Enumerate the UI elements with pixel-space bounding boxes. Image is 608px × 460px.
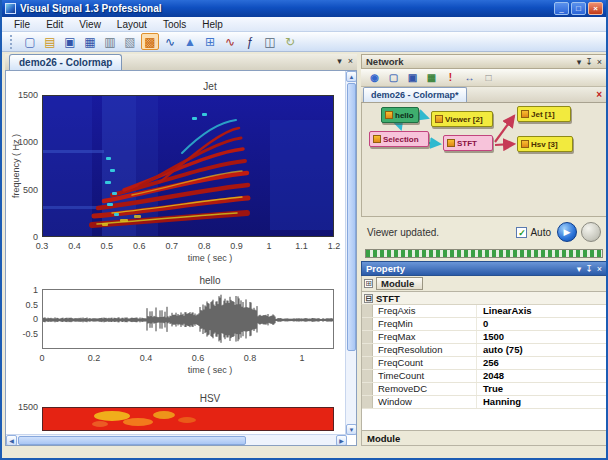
document-tab[interactable]: demo26 - Colormap	[9, 54, 122, 70]
node-viewer[interactable]: Viewer [2]	[431, 111, 493, 127]
node-label: Selection	[383, 135, 419, 144]
network-tab-close-icon[interactable]: ×	[596, 89, 602, 100]
menu-item[interactable]: File	[6, 19, 38, 30]
property-name: FreqMax	[373, 331, 477, 343]
menu-item[interactable]: Edit	[38, 19, 71, 30]
scroll-down-icon[interactable]: ▼	[346, 424, 357, 435]
property-value[interactable]: auto (75)	[477, 344, 606, 356]
viewer-icon[interactable]: ▩	[141, 33, 159, 50]
hello-xlabel: time ( sec )	[42, 365, 334, 375]
expand-icon[interactable]: ⊞	[364, 279, 373, 288]
save-all-icon[interactable]: ▦	[81, 33, 99, 50]
property-row[interactable]: WindowHanning	[362, 396, 606, 409]
network-canvas[interactable]: hello Viewer [2] Jet [1] Selection STFT …	[361, 103, 607, 217]
property-row[interactable]: FreqAxisLinearAxis	[362, 305, 606, 318]
minimize-button[interactable]: _	[554, 2, 569, 15]
auto-checkbox[interactable]: ✓	[516, 227, 527, 238]
tick-label: 1500	[18, 90, 38, 100]
close-button[interactable]: ×	[588, 2, 603, 15]
node-jet[interactable]: Jet [1]	[517, 106, 571, 122]
new-file-icon[interactable]: ▢	[21, 33, 39, 50]
node-hsv[interactable]: Hsv [3]	[517, 136, 573, 152]
property-row[interactable]: RemoveDCTrue	[362, 383, 606, 396]
property-row[interactable]: FreqCount256	[362, 357, 606, 370]
menu-item[interactable]: Tools	[155, 19, 194, 30]
stop-button[interactable]	[581, 222, 601, 242]
menu-item[interactable]: Layout	[109, 19, 155, 30]
network-export-icon[interactable]: ▦	[423, 70, 440, 85]
network-refresh-icon[interactable]: ◉	[366, 70, 383, 85]
node-label: hello	[395, 111, 414, 120]
module-icon	[447, 139, 455, 147]
network-pan-icon[interactable]: ↔	[461, 70, 478, 85]
network-close-icon[interactable]: ×	[597, 57, 602, 67]
network-dropdown-icon[interactable]: ▾	[577, 57, 582, 67]
plot-3d-icon[interactable]: ▲	[181, 33, 199, 50]
tick-label: 1	[261, 241, 277, 251]
hsv-chart-title: HSV	[42, 393, 334, 404]
tick-label: 0.5	[25, 300, 38, 310]
network-run-icon[interactable]: !	[442, 70, 459, 85]
property-value[interactable]: LinearAxis	[477, 305, 606, 317]
property-dropdown-icon[interactable]: ▾	[577, 264, 582, 274]
module-button[interactable]: Module	[376, 277, 423, 290]
node-selection[interactable]: Selection	[369, 131, 429, 147]
property-row[interactable]: TimeCount2048	[362, 370, 606, 383]
menu-item[interactable]: Help	[194, 19, 231, 30]
hello-waveform	[42, 289, 334, 349]
tick-label: 0.4	[138, 353, 154, 363]
property-panel-title: Property	[366, 263, 577, 274]
property-value[interactable]: True	[477, 383, 606, 395]
property-close-icon[interactable]: ×	[597, 264, 602, 274]
tick-label: 1	[294, 353, 310, 363]
property-section-header[interactable]: ⊟ STFT	[361, 292, 607, 305]
property-row[interactable]: FreqMax1500	[362, 331, 606, 344]
refresh-icon[interactable]: ↻	[281, 33, 299, 50]
tick-label: 0.9	[229, 241, 245, 251]
layout-icon[interactable]: ◫	[261, 33, 279, 50]
vertical-scrollbar[interactable]: ▲ ▼	[345, 71, 356, 435]
property-name: RemoveDC	[373, 383, 477, 395]
property-row[interactable]: FreqResolutionauto (75)	[362, 344, 606, 357]
property-value[interactable]: 1500	[477, 331, 606, 343]
open-folder-icon[interactable]: ▤	[41, 33, 59, 50]
horizontal-scrollbar[interactable]: ◀ ▶	[6, 434, 347, 445]
network-save-icon[interactable]: ▣	[404, 70, 421, 85]
node-stft[interactable]: STFT	[443, 135, 493, 151]
save-icon[interactable]: ▣	[61, 33, 79, 50]
signal-plot-icon[interactable]: ∿	[161, 33, 179, 50]
progress-bar-fill	[365, 249, 603, 258]
scroll-up-icon[interactable]: ▲	[346, 71, 357, 82]
network-tab[interactable]: demo26 - Colormap*	[363, 87, 467, 102]
tab-close-icon[interactable]: ×	[348, 56, 353, 66]
module-icon	[435, 115, 443, 123]
scroll-right-icon[interactable]: ▶	[336, 435, 347, 446]
hello-chart-title: hello	[42, 275, 334, 286]
play-button[interactable]: ▶	[557, 222, 577, 242]
node-hello[interactable]: hello	[381, 107, 419, 123]
collapse-icon[interactable]: ⊟	[364, 294, 373, 303]
property-value[interactable]: 2048	[477, 370, 606, 382]
scroll-left-icon[interactable]: ◀	[6, 435, 17, 446]
property-value[interactable]: 256	[477, 357, 606, 369]
property-row[interactable]: FreqMin0	[362, 318, 606, 331]
signal-tools-icon[interactable]: ∿	[221, 33, 239, 50]
property-name: FreqResolution	[373, 344, 477, 356]
export-icon[interactable]: ▧	[121, 33, 139, 50]
print-icon[interactable]: ▥	[101, 33, 119, 50]
maximize-button[interactable]: □	[571, 2, 586, 15]
network-new-icon[interactable]: ▢	[385, 70, 402, 85]
property-value[interactable]: 0	[477, 318, 606, 330]
horizontal-scrollbar-thumb[interactable]	[18, 436, 246, 445]
network-pin-icon[interactable]: ↧	[585, 57, 593, 67]
menu-item[interactable]: View	[71, 19, 109, 30]
network-select-icon[interactable]: □	[480, 70, 497, 85]
tab-dropdown-icon[interactable]: ▾	[337, 56, 342, 66]
multi-axes-icon[interactable]: ⊞	[201, 33, 219, 50]
vertical-scrollbar-thumb[interactable]	[347, 83, 356, 351]
node-label: STFT	[457, 139, 477, 148]
property-value[interactable]: Hanning	[477, 396, 606, 408]
function-icon[interactable]: ƒ	[241, 33, 259, 50]
tick-label: 0.2	[86, 353, 102, 363]
property-pin-icon[interactable]: ↧	[585, 264, 593, 274]
